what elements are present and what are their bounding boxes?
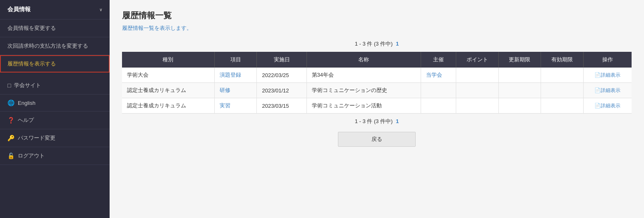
- row1-action[interactable]: 📄詳細表示: [583, 68, 632, 83]
- sidebar: 会員情報 ∨ 会員情報を変更する 次回請求時の支払方法を変更する 履歴情報を表示…: [0, 0, 110, 218]
- main-content: 履歴情報一覧 履歴情報一覧を表示します。 1 - 3 件 (3 件中) 1 種別…: [110, 0, 644, 218]
- col-header-validity: 有効期限: [541, 52, 584, 68]
- back-button[interactable]: 戻る: [338, 132, 416, 147]
- row3-item: 実習: [214, 98, 257, 114]
- table-row: 認定士養成カリキュラム 実習 2023/03/15 学術コミュニケーション活動 …: [122, 98, 632, 114]
- col-header-action: 操作: [583, 52, 632, 68]
- current-page-bottom[interactable]: 1: [396, 118, 399, 124]
- row2-date: 2023/01/12: [257, 83, 306, 98]
- row1-organizer: 当学会: [421, 68, 456, 83]
- back-button-container: 戻る: [122, 132, 632, 147]
- row3-category: 認定士養成カリキュラム: [122, 98, 214, 114]
- page-subtitle: 履歴情報一覧を表示します。: [122, 24, 632, 32]
- row3-organizer: [421, 98, 456, 114]
- doc-icon: 📄: [594, 72, 601, 78]
- col-header-organizer: 主催: [421, 52, 456, 68]
- pagination-bottom: 1 - 3 件 (3 件中) 1: [122, 118, 632, 125]
- row1-name: 第34年会: [306, 68, 421, 83]
- row3-action[interactable]: 📄詳細表示: [583, 98, 632, 114]
- table-header-row: 種別 項目 実施日 名称 主催 ポイント 更新期限 有効期限 操作: [122, 52, 632, 68]
- current-page-top[interactable]: 1: [396, 41, 399, 47]
- row2-detail-link[interactable]: 📄詳細表示: [594, 87, 620, 93]
- doc-icon: 📄: [594, 87, 601, 93]
- row2-name: 学術コミュニケーションの歴史: [306, 83, 421, 98]
- pagination-text-bottom: 1 - 3 件 (3 件中): [355, 118, 393, 124]
- row2-organizer: [421, 83, 456, 98]
- sidebar-item-history-display[interactable]: 履歴情報を表示する: [0, 55, 110, 73]
- sidebar-item-logout[interactable]: 🔓 ログアウト: [0, 147, 110, 165]
- page-title: 履歴情報一覧: [122, 10, 632, 21]
- row1-detail-link[interactable]: 📄詳細表示: [594, 72, 620, 78]
- row2-action[interactable]: 📄詳細表示: [583, 83, 632, 98]
- table-row: 認定士養成カリキュラム 研修 2023/01/12 学術コミュニケーションの歴史…: [122, 83, 632, 98]
- row1-points: [456, 68, 498, 83]
- sidebar-item-society-site[interactable]: □ 学会サイト: [0, 77, 110, 94]
- history-table: 種別 項目 実施日 名称 主催 ポイント 更新期限 有効期限 操作 学術大会 演…: [122, 52, 632, 114]
- row2-validity: [541, 83, 584, 98]
- row3-name: 学術コミュニケーション活動: [306, 98, 421, 114]
- pagination-top: 1 - 3 件 (3 件中) 1: [122, 40, 632, 48]
- col-header-date: 実施日: [257, 52, 306, 68]
- row1-category: 学術大会: [122, 68, 214, 83]
- col-header-name: 名称: [306, 52, 421, 68]
- row2-category: 認定士養成カリキュラム: [122, 83, 214, 98]
- row2-renewal: [498, 83, 541, 98]
- chevron-down-icon: ∨: [99, 7, 102, 12]
- row2-item: 研修: [214, 83, 257, 98]
- sidebar-item-help[interactable]: ❓ ヘルプ: [0, 111, 110, 129]
- col-header-category: 種別: [122, 52, 214, 68]
- row1-date: 2022/03/25: [257, 68, 306, 83]
- row1-renewal: [498, 68, 541, 83]
- sidebar-section-title: 会員情報: [7, 6, 31, 13]
- sidebar-item-english[interactable]: 🌐 English: [0, 94, 110, 111]
- sidebar-item-payment-method-change[interactable]: 次回請求時の支払方法を変更する: [0, 37, 110, 55]
- col-header-renewal: 更新期限: [498, 52, 541, 68]
- help-icon: ❓: [7, 117, 14, 124]
- logout-icon: 🔓: [7, 153, 14, 159]
- row3-detail-link[interactable]: 📄詳細表示: [594, 103, 620, 109]
- col-header-points: ポイント: [456, 52, 498, 68]
- table-row: 学術大会 演題登録 2022/03/25 第34年会 当学会 📄詳細表示: [122, 68, 632, 83]
- globe-icon: 🌐: [7, 99, 14, 106]
- row3-date: 2023/03/15: [257, 98, 306, 114]
- sidebar-item-member-info-change[interactable]: 会員情報を変更する: [0, 19, 110, 37]
- row3-renewal: [498, 98, 541, 114]
- square-icon: □: [7, 82, 11, 89]
- pagination-text-top: 1 - 3 件 (3 件中): [355, 41, 393, 47]
- key-icon: 🔑: [7, 135, 14, 141]
- col-header-item: 項目: [214, 52, 257, 68]
- row2-points: [456, 83, 498, 98]
- doc-icon: 📄: [594, 103, 601, 109]
- row1-item: 演題登録: [214, 68, 257, 83]
- sidebar-item-password-change[interactable]: 🔑 パスワード変更: [0, 129, 110, 147]
- row3-points: [456, 98, 498, 114]
- sidebar-section-header[interactable]: 会員情報 ∨: [0, 0, 110, 19]
- row1-validity: [541, 68, 584, 83]
- row3-validity: [541, 98, 584, 114]
